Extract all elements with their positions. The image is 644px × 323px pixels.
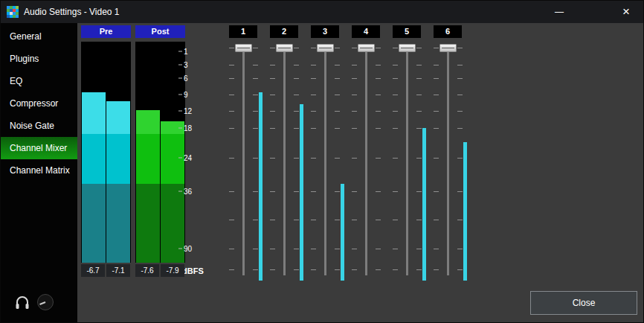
fader-tick [352,191,357,192]
fader-tick [335,111,340,112]
fader-tick [311,128,316,129]
scale-tick [178,128,182,129]
channel-number: 2 [270,25,298,38]
sidebar-item-plugins[interactable]: Plugins [1,48,77,70]
fader-handle[interactable] [399,44,416,52]
fader-handle[interactable] [358,44,375,52]
pre-meter-label: Pre [81,25,131,38]
fader-tick [270,95,275,95]
fader-tick [270,269,275,270]
scale-mark-1: 1 [178,48,188,56]
channel-mixer-panel: Pre Post dBFS Close -6.7-7.1-7.6-7.91369… [77,23,643,323]
fader-tick [416,158,422,159]
close-window-icon[interactable]: × [609,1,643,23]
scale-mark-3: 3 [178,61,188,69]
fader-tick [335,249,340,249]
close-button[interactable]: Close [530,291,637,315]
fader-track[interactable] [283,45,286,275]
sidebar-item-channel-mixer[interactable]: Channel Mixer [1,137,77,159]
fader-tick [457,78,463,79]
fader-tick [393,158,398,159]
fader-tick [294,111,299,112]
settings-sidebar: GeneralPluginsEQCompressorNoise GateChan… [1,23,77,323]
fader-tick [352,158,357,159]
sidebar-item-channel-matrix[interactable]: Channel Matrix [1,159,77,182]
fader-tick [376,111,381,112]
fader-handle[interactable] [235,44,252,52]
fader-tick [229,48,234,48]
fader-tick [434,78,439,79]
post-meter-label: Post [135,25,185,38]
channel-level-meter [463,142,467,281]
fader-tick [434,191,439,192]
volume-knob[interactable] [36,293,54,311]
fader-tick [393,269,398,270]
fader-tick [335,78,340,79]
fader-tick [253,65,258,65]
meter-bar-headroom [106,42,130,101]
fader-tick [253,191,258,192]
headphones-icon[interactable] [14,294,30,310]
fader-track[interactable] [324,45,326,275]
fader-handle[interactable] [317,44,334,52]
channel-level-meter [422,128,426,281]
scale-number: 90 [184,245,192,253]
scale-number: 1 [184,48,188,56]
channel-4: 4 [346,25,387,286]
scale-mark-6: 6 [178,74,188,83]
fader-tick [253,111,258,112]
fader-tick [229,220,234,220]
fader-tick [393,191,398,192]
fader-tick [352,111,357,112]
fader-tick [311,48,316,48]
fader-tick [294,65,299,65]
post-level-meter [135,42,185,263]
fader-tick [335,220,340,220]
sidebar-item-noise-gate[interactable]: Noise Gate [1,115,77,137]
fader-tick [434,48,439,48]
fader-tick [311,191,316,192]
fader-tick [393,111,398,112]
fader-tick [229,269,234,270]
sidebar-item-general[interactable]: General [1,25,77,48]
scale-tick [178,111,182,112]
fader-track[interactable] [406,45,408,275]
scale-number: 12 [184,107,192,115]
channel-number: 4 [352,25,380,38]
fader-tick [311,78,316,79]
scale-mark-36: 36 [178,188,192,196]
fader-tick [434,269,439,270]
scale-mark-24: 24 [178,154,192,162]
scale-tick [178,95,182,95]
fader-tick [393,249,398,249]
fader-tick [335,48,340,48]
sidebar-item-compressor[interactable]: Compressor [1,92,77,115]
fader-tick [294,48,299,48]
channel-level-meter [259,92,263,281]
fader-tick [311,269,316,270]
fader-handle[interactable] [439,44,457,52]
scale-mark-9: 9 [178,91,188,99]
fader-handle[interactable] [276,44,293,52]
fader-tick [253,269,258,270]
dbfs-unit-label: dBFS [182,265,204,278]
channel-fader [264,43,305,282]
fader-track[interactable] [365,45,367,275]
fader-track[interactable] [447,45,449,275]
fader-tick [457,249,463,249]
fader-tick [270,128,275,129]
channel-fader [428,43,468,282]
fader-tick [457,111,463,112]
post-bar-1 [136,42,160,263]
fader-tick [457,191,463,192]
fader-tick [294,78,299,79]
scale-tick [178,191,182,192]
minimize-icon[interactable]: — [542,1,576,23]
channel-number: 3 [311,25,339,38]
fader-track[interactable] [242,45,245,275]
fader-tick [229,128,234,129]
fader-tick [416,78,422,79]
sidebar-item-eq[interactable]: EQ [1,70,77,92]
fader-tick [416,220,422,220]
fader-tick [457,48,463,48]
